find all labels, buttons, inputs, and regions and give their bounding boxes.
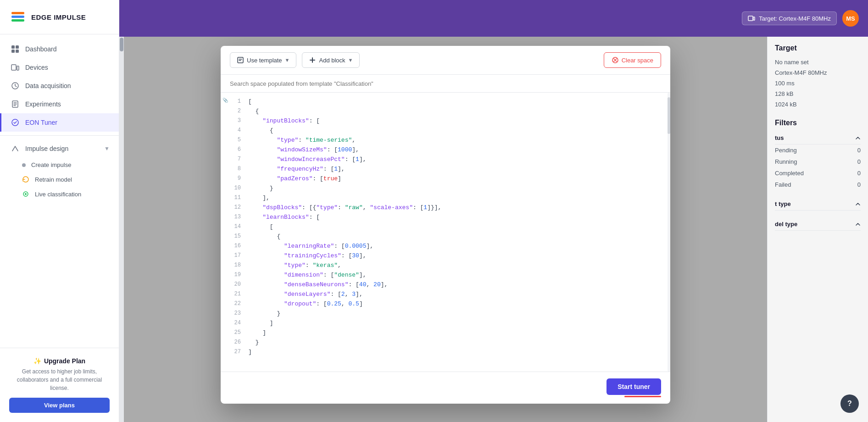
code-line: 23 } xyxy=(221,309,668,319)
sub-item-label: Create impulse xyxy=(31,161,71,168)
line-number: 4 xyxy=(230,126,248,135)
view-plans-button[interactable]: View plans xyxy=(9,398,110,413)
svg-rect-1 xyxy=(11,12,24,14)
top-bar: Target: Cortex-M4F 80MHz MS xyxy=(119,0,868,37)
start-tuner-button[interactable]: Start tuner xyxy=(606,378,661,395)
line-content: "dspBlocks": [{"type": "raw", "scale-axe… xyxy=(248,203,668,213)
modal-scrollbar[interactable] xyxy=(668,93,670,372)
add-block-button[interactable]: Add block ▼ xyxy=(302,52,360,68)
filter-pending-count: 0 xyxy=(857,147,861,154)
svg-rect-19 xyxy=(753,17,755,20)
filter-failed-count: 0 xyxy=(857,181,861,188)
line-content: "type": "time-series", xyxy=(248,136,668,145)
code-line: 24 ] xyxy=(221,319,668,328)
upgrade-section: ✨ Upgrade Plan Get access to higher job … xyxy=(0,348,119,422)
user-avatar[interactable]: MS xyxy=(842,10,859,27)
sidebar-item-dashboard[interactable]: Dashboard xyxy=(0,40,119,58)
line-number: 9 xyxy=(230,174,248,183)
line-number: 2 xyxy=(230,107,248,116)
modal-overlay: Use template ▼ Add block ▼ Clear space xyxy=(124,37,767,422)
line-number: 3 xyxy=(230,117,248,125)
search-input[interactable] xyxy=(230,80,661,87)
line-number: 14 xyxy=(230,222,248,231)
line-number: 10 xyxy=(230,184,248,193)
target-flash: 1024 kB xyxy=(775,101,797,108)
line-number: 20 xyxy=(230,280,248,289)
dashboard-icon xyxy=(11,44,20,54)
data-acquisition-icon xyxy=(11,81,20,90)
line-number: 13 xyxy=(230,213,248,222)
code-line: 10 } xyxy=(221,184,668,194)
code-line: 6 "windowSizeMs": [1000], xyxy=(221,145,668,155)
target-cpu: Cortex-M4F 80MHz xyxy=(775,69,827,76)
code-line: 17 "trainingCycles": [30], xyxy=(221,251,668,261)
use-template-button[interactable]: Use template ▼ xyxy=(230,52,296,68)
scroll-thumb xyxy=(120,38,123,51)
filter-row: Completed 0 xyxy=(775,167,861,179)
line-content: "windowIncreasePct": [1], xyxy=(248,155,668,165)
filter-row: Failed 0 xyxy=(775,179,861,190)
modal-body: 📎 1 [ 2 { xyxy=(221,93,670,372)
modal-search xyxy=(221,75,670,93)
line-number: 23 xyxy=(230,309,248,318)
code-editor[interactable]: 📎 1 [ 2 { xyxy=(221,93,668,372)
help-button[interactable]: ? xyxy=(840,394,859,413)
sidebar-item-experiments[interactable]: Experiments xyxy=(0,95,119,113)
target-section-title: Target xyxy=(775,44,861,52)
line-number: 1 xyxy=(230,97,248,106)
sidebar-item-live-classification[interactable]: Live classification xyxy=(0,187,119,201)
code-line: 8 "frequencyHz": [1], xyxy=(221,165,668,174)
line-content: } xyxy=(248,309,668,319)
sidebar-item-impulse-design[interactable]: Impulse design ▼ xyxy=(0,139,119,158)
filter-group-header[interactable]: del type xyxy=(775,218,861,231)
filter-group-status: tus Pending 0 Running 0 Completed 0 xyxy=(775,132,861,190)
content-area: Use template ▼ Add block ▼ Clear space xyxy=(119,37,868,422)
sub-item-dot xyxy=(22,163,26,167)
sidebar-item-label: Data acquisition xyxy=(25,82,71,89)
chevron-up-icon xyxy=(855,201,861,207)
filter-running-count: 0 xyxy=(857,158,861,165)
sidebar-item-data-acquisition[interactable]: Data acquisition xyxy=(0,77,119,95)
line-content: "dimension": ["dense"], xyxy=(248,271,668,280)
filter-group-title: tus xyxy=(775,134,784,141)
line-number: 21 xyxy=(230,290,248,299)
upgrade-description: Get access to higher job limits, collabo… xyxy=(9,367,110,392)
sidebar-item-retrain-model[interactable]: Retrain model xyxy=(0,172,119,187)
template-icon xyxy=(237,56,244,64)
sub-item-label: Live classification xyxy=(35,191,81,198)
line-content: } xyxy=(248,184,668,194)
filter-running-label: Running xyxy=(775,158,797,165)
line-number: 6 xyxy=(230,145,248,154)
sidebar-item-create-impulse[interactable]: Create impulse xyxy=(0,158,119,172)
code-line: 11 ], xyxy=(221,194,668,203)
line-content: "learningRate": [0.0005], xyxy=(248,242,668,251)
sidebar-item-label: Experiments xyxy=(25,100,61,108)
code-line: 9 "padZeros": [true] xyxy=(221,174,668,184)
modal-toolbar: Use template ▼ Add block ▼ Clear space xyxy=(221,46,670,75)
target-badge: Target: Cortex-M4F 80MHz xyxy=(742,11,837,25)
code-line: 13 "learnBlocks": [ xyxy=(221,213,668,222)
target-row: 128 kB xyxy=(775,89,861,99)
right-panel: Target No name set Cortex-M4F 80MHz 100 … xyxy=(767,37,868,422)
live-class-icon xyxy=(22,190,29,198)
sidebar-item-eon-tuner[interactable]: EON Tuner xyxy=(0,113,119,132)
fold-icon[interactable]: 📎 xyxy=(223,97,228,105)
nav-items: Dashboard Devices Data acquisition Exper… xyxy=(0,34,119,348)
sidebar-item-label: Devices xyxy=(25,64,48,71)
scroll-bar-vertical[interactable] xyxy=(119,37,124,422)
filter-group-type: t type xyxy=(775,198,861,211)
filter-group-header[interactable]: t type xyxy=(775,198,861,211)
line-number: 16 xyxy=(230,242,248,250)
sidebar-header: EDGE IMPULSE xyxy=(0,0,119,34)
line-gutter: 📎 xyxy=(221,97,230,105)
filter-group-header[interactable]: tus xyxy=(775,132,861,144)
line-number: 19 xyxy=(230,271,248,279)
clear-space-button[interactable]: Clear space xyxy=(604,52,661,68)
sidebar-item-devices[interactable]: Devices xyxy=(0,58,119,77)
sidebar-item-label: EON Tuner xyxy=(25,119,57,126)
impulse-design-icon xyxy=(11,144,20,153)
code-line: 19 "dimension": ["dense"], xyxy=(221,271,668,280)
code-line: 16 "learningRate": [0.0005], xyxy=(221,242,668,251)
chevron-down-icon: ▼ xyxy=(104,145,110,152)
sidebar-item-label: Dashboard xyxy=(25,45,57,53)
